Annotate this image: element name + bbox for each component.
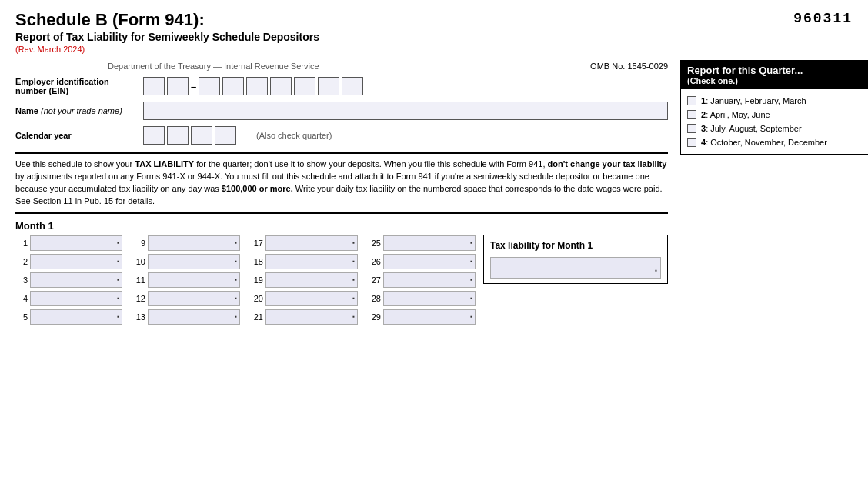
header-mid: Department of the Treasury — Internal Re… (15, 62, 668, 71)
day-num-29: 29 (369, 312, 381, 322)
quarter-checkbox-4[interactable] (687, 138, 696, 147)
day-entry-18: 18 (251, 253, 358, 270)
name-label: Name (not your trade name) (15, 106, 139, 115)
quarter-box: Report for this Quarter... (Check one.) … (680, 60, 868, 155)
left-form: Department of the Treasury — Internal Re… (15, 60, 668, 325)
day-input-4[interactable] (30, 291, 122, 306)
instructions: Use this schedule to show your TAX LIABI… (15, 152, 668, 214)
day-input-27[interactable] (383, 272, 476, 288)
ein-box-6[interactable] (270, 77, 292, 95)
quarter-option-1-text: 1: January, February, March (701, 96, 806, 105)
days-grid: 1 2 3 4 (15, 235, 476, 325)
day-input-5[interactable] (30, 309, 122, 325)
day-entry-19: 19 (251, 272, 358, 289)
cal-box-1[interactable] (143, 126, 165, 145)
form-title-block: Schedule B (Form 941): Report of Tax Lia… (15, 11, 319, 54)
ein-dash: – (191, 81, 196, 92)
right-panel: Report for this Quarter... (Check one.) … (680, 60, 868, 325)
quarter-options: 1: January, February, March 2: April, Ma… (681, 89, 868, 154)
day-num-11: 11 (133, 275, 145, 285)
instructions-text: Use this schedule to show your TAX LIABI… (15, 159, 666, 205)
day-input-13[interactable] (148, 309, 240, 325)
ein-box-9[interactable] (342, 77, 363, 95)
day-entry-4: 4 (15, 290, 122, 307)
day-entry-21: 21 (251, 309, 358, 325)
ein-box-2[interactable] (167, 77, 189, 95)
day-input-28[interactable] (383, 291, 476, 306)
day-entry-2: 2 (15, 253, 122, 270)
cal-box-3[interactable] (191, 126, 212, 145)
cal-row: Calendar year (Also check quarter) (15, 126, 668, 145)
ein-label: Employer identification number (EIN) (15, 77, 139, 95)
day-num-9: 9 (133, 239, 145, 248)
day-num-18: 18 (251, 257, 263, 266)
day-entry-11: 11 (133, 272, 240, 289)
day-input-12[interactable] (148, 291, 240, 306)
also-check: (Also check quarter) (256, 131, 332, 140)
form-number: 960311 (793, 11, 853, 26)
day-entry-26: 26 (369, 253, 476, 270)
quarter-option-2-text: 2: April, May, June (701, 110, 770, 119)
day-num-25: 25 (369, 239, 381, 248)
form-subtitle: Report of Tax Liability for Semiweekly S… (15, 31, 319, 43)
day-entry-25: 25 (369, 235, 476, 252)
day-entry-9: 9 (133, 235, 240, 252)
day-input-29[interactable] (383, 309, 476, 325)
quarter-checkbox-2[interactable] (687, 110, 696, 119)
quarter-option-2: 2: April, May, June (687, 108, 868, 122)
quarter-header-sub: (Check one.) (687, 76, 868, 85)
quarter-option-4: 4: October, November, December (687, 135, 868, 149)
ein-box-3[interactable] (199, 77, 220, 95)
day-num-10: 10 (133, 257, 145, 266)
day-num-19: 19 (251, 275, 263, 285)
form-title: Schedule B (Form 941): (15, 11, 319, 29)
name-row: Name (not your trade name) (15, 102, 668, 120)
day-entry-28: 28 (369, 290, 476, 307)
day-num-1: 1 (15, 239, 28, 248)
day-input-1[interactable] (30, 235, 122, 251)
tax-liability-title: Tax liability for Month 1 (490, 240, 661, 251)
day-input-2[interactable] (30, 254, 122, 269)
cal-box-2[interactable] (167, 126, 189, 145)
form-rev: (Rev. March 2024) (15, 45, 319, 54)
day-input-20[interactable] (265, 291, 358, 306)
ein-row: Employer identification number (EIN) – (15, 77, 668, 95)
day-entry-1: 1 (15, 235, 122, 252)
day-input-9[interactable] (148, 235, 240, 251)
day-input-21[interactable] (265, 309, 358, 325)
name-label-bold: Name (15, 106, 38, 115)
month1-section: Month 1 1 2 (15, 220, 668, 325)
quarter-checkbox-3[interactable] (687, 124, 696, 133)
day-entry-27: 27 (369, 272, 476, 289)
quarter-checkbox-1[interactable] (687, 96, 696, 105)
quarter-option-3-text: 3: July, August, September (701, 124, 802, 133)
day-entry-29: 29 (369, 309, 476, 325)
ein-box-7[interactable] (294, 77, 315, 95)
omb-text: OMB No. 1545-0029 (590, 62, 668, 71)
cal-boxes (143, 126, 236, 145)
day-input-25[interactable] (383, 235, 476, 251)
day-col-4: 25 26 27 28 (369, 235, 476, 325)
quarter-header: Report for this Quarter... (Check one.) (681, 61, 868, 89)
day-input-11[interactable] (148, 272, 240, 288)
ein-box-5[interactable] (246, 77, 268, 95)
day-input-17[interactable] (265, 235, 358, 251)
day-input-18[interactable] (265, 254, 358, 269)
day-col-3: 17 18 19 20 (251, 235, 358, 325)
ein-box-4[interactable] (222, 77, 244, 95)
day-input-10[interactable] (148, 254, 240, 269)
day-num-3: 3 (15, 275, 28, 285)
day-num-13: 13 (133, 312, 145, 322)
name-input[interactable] (143, 102, 668, 120)
tax-liability-input[interactable] (490, 257, 661, 279)
ein-box-8[interactable] (318, 77, 339, 95)
cal-box-4[interactable] (215, 126, 236, 145)
day-input-3[interactable] (30, 272, 122, 288)
quarter-option-1: 1: January, February, March (687, 94, 868, 108)
ein-box-1[interactable] (143, 77, 165, 95)
day-num-28: 28 (369, 294, 381, 303)
ein-boxes: – (143, 77, 363, 95)
day-num-26: 26 (369, 257, 381, 266)
day-input-26[interactable] (383, 254, 476, 269)
day-input-19[interactable] (265, 272, 358, 288)
